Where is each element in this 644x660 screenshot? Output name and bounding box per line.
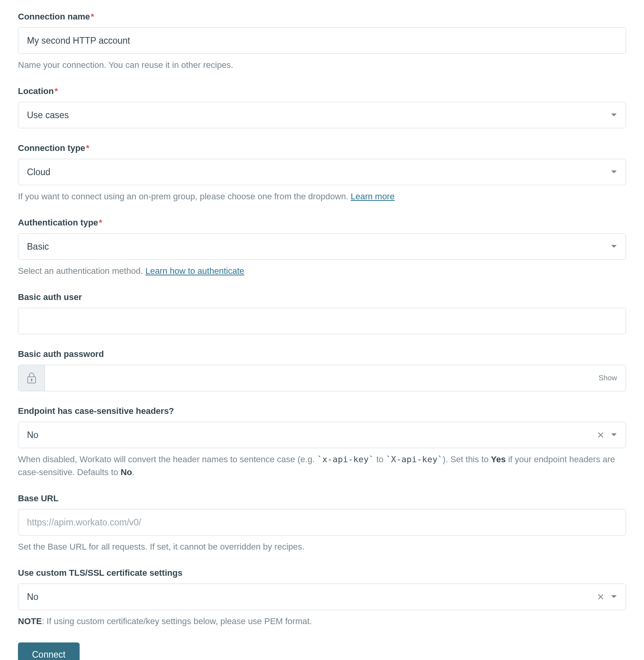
- field-connection-name: Connection name* Name your connection. Y…: [18, 12, 626, 71]
- connection-type-value: Cloud: [27, 167, 611, 177]
- connection-type-label: Connection type*: [18, 143, 626, 153]
- required-asterisk: *: [91, 12, 94, 21]
- learn-more-link[interactable]: Learn more: [350, 192, 395, 201]
- field-auth-type: Authentication type* Basic Select an aut…: [18, 218, 626, 277]
- custom-tls-label: Use custom TLS/SSL certificate settings: [18, 568, 626, 578]
- field-case-sensitive-headers: Endpoint has case-sensitive headers? No …: [18, 406, 626, 479]
- base-url-input[interactable]: [18, 509, 626, 536]
- base-url-label: Base URL: [18, 493, 626, 504]
- field-connection-type: Connection type* Cloud If you want to co…: [18, 143, 626, 203]
- case-sensitive-helper: When disabled, Workato will convert the …: [18, 453, 626, 479]
- chevron-down-icon: [611, 170, 617, 174]
- svg-rect-2: [31, 380, 32, 381]
- basic-auth-password-label: Basic auth password: [18, 349, 626, 359]
- connection-type-helper: If you want to connect using an on-prem …: [18, 190, 626, 203]
- custom-tls-select[interactable]: No: [18, 584, 626, 610]
- chevron-down-icon: [611, 595, 617, 599]
- connect-button[interactable]: Connect: [18, 642, 80, 660]
- auth-type-select[interactable]: Basic: [18, 233, 626, 260]
- location-value: Use cases: [27, 110, 611, 121]
- basic-auth-user-label: Basic auth user: [18, 292, 626, 302]
- required-asterisk: *: [86, 143, 89, 153]
- connection-name-label: Connection name*: [18, 12, 626, 22]
- field-basic-auth-password: Basic auth password Show: [18, 349, 626, 391]
- location-select[interactable]: Use cases: [18, 102, 626, 128]
- auth-type-value: Basic: [27, 241, 611, 252]
- case-sensitive-value: No: [27, 430, 598, 440]
- chevron-down-icon: [611, 245, 617, 248]
- required-asterisk: *: [99, 218, 102, 227]
- connection-name-input[interactable]: [18, 27, 626, 54]
- connection-name-helper: Name your connection. You can reuse it i…: [18, 59, 626, 71]
- custom-tls-helper: NOTE: If using custom certificate/key se…: [18, 615, 626, 628]
- chevron-down-icon: [611, 433, 617, 437]
- field-basic-auth-user: Basic auth user: [18, 292, 626, 334]
- case-sensitive-label: Endpoint has case-sensitive headers?: [18, 406, 626, 416]
- auth-type-helper: Select an authentication method. Learn h…: [18, 264, 626, 277]
- auth-type-label: Authentication type*: [18, 218, 626, 228]
- connection-type-select[interactable]: Cloud: [18, 159, 626, 185]
- custom-tls-value: No: [27, 592, 598, 602]
- base-url-helper: Set the Base URL for all requests. If se…: [18, 540, 626, 553]
- show-password-toggle[interactable]: Show: [590, 365, 626, 391]
- field-location: Location* Use cases: [18, 86, 626, 128]
- chevron-down-icon: [611, 113, 617, 117]
- basic-auth-password-input[interactable]: [45, 365, 590, 391]
- clear-icon[interactable]: [598, 432, 604, 438]
- case-sensitive-select[interactable]: No: [18, 422, 626, 448]
- required-asterisk: *: [55, 86, 58, 96]
- clear-icon[interactable]: [598, 594, 604, 600]
- basic-auth-user-input[interactable]: [18, 308, 626, 334]
- lock-icon: [18, 365, 45, 391]
- field-custom-tls: Use custom TLS/SSL certificate settings …: [18, 568, 626, 628]
- location-label: Location*: [18, 86, 626, 96]
- field-base-url: Base URL Set the Base URL for all reques…: [18, 493, 626, 553]
- learn-authenticate-link[interactable]: Learn how to authenticate: [146, 266, 244, 276]
